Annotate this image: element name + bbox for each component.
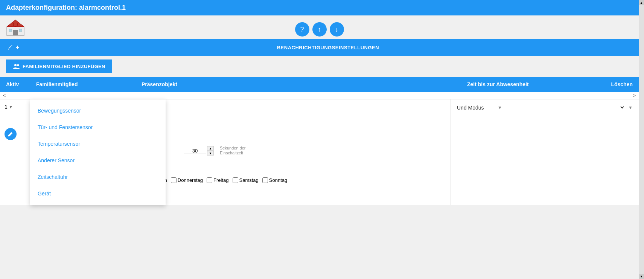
und-modus-arrow[interactable]: ▼ (498, 105, 502, 110)
add-family-button[interactable]: FAMILIENMITGLIED HINZUFÜGEN (6, 59, 112, 73)
und-modus-label: Und Modus (457, 105, 495, 111)
label-freitag: Freitag (213, 177, 228, 183)
row-dropdown-arrow[interactable]: ▼ (9, 105, 13, 109)
global-scrollbar: ▲ ▼ (639, 0, 644, 279)
table-header: Aktiv Familienmitglied Präsenzobjekt Zei… (0, 77, 639, 92)
dropdown-item-temperatur[interactable]: Temperatursensor (30, 136, 166, 152)
day-samstag: Samstag (233, 177, 259, 183)
top-area: ? ↑ ↓ (0, 15, 639, 39)
right-area: Und Modus ▼ ▼ (451, 99, 639, 205)
row-left-panel: 1 ▼ (0, 99, 30, 205)
alarm-icon (6, 19, 25, 36)
svg-point-7 (14, 64, 17, 66)
right-scroll-arrow[interactable]: > (633, 93, 636, 98)
family-section: FAMILIENMITGLIED HINZUFÜGEN (0, 56, 639, 77)
upload-button[interactable]: ↑ (312, 22, 327, 37)
edit-button[interactable] (5, 128, 17, 140)
far-right-arrow[interactable]: ▼ (628, 105, 633, 110)
dropdown-item-tuer[interactable]: Tür- und Fenstersensor (30, 119, 166, 136)
left-scroll-arrow[interactable]: < (3, 93, 6, 98)
label-samstag: Samstag (239, 177, 259, 183)
svg-rect-2 (13, 30, 18, 35)
col-loeschen: Löschen (572, 81, 633, 87)
checkbox-donnerstag[interactable] (171, 177, 177, 183)
help-button[interactable]: ? (295, 22, 309, 37)
main-content-row: 1 ▼ Bewegungssensor Tür- und Fenstersens… (0, 99, 639, 205)
notif-icons: + (6, 44, 20, 51)
sec-label-field: Sekunden der Einschaltzeit (220, 145, 257, 156)
scroll-bar: < > (0, 92, 639, 99)
wrench-icon (6, 44, 14, 51)
notification-bar: + BENACHRICHTIGUNGSEINSTELLUNGEN (0, 39, 639, 56)
dropdown-item-zeitschaltuhr[interactable]: Zeitschaltuhr (30, 169, 166, 185)
scroll-down-arrow[interactable]: ▼ (639, 274, 644, 279)
far-right-dropdown-area: ▼ (618, 104, 633, 111)
spin-up[interactable]: ▲ (207, 146, 214, 151)
col-praesenzobjekt: Präsenzobjekt (142, 81, 467, 87)
day-sonntag: Sonntag (262, 177, 287, 183)
svg-rect-6 (19, 29, 22, 32)
col-zeit: Zeit bis zur Abwesenheit (467, 81, 572, 87)
row-number: 1 ▼ (5, 104, 25, 110)
people-icon (13, 63, 20, 70)
plus-icon: + (16, 44, 20, 51)
checkbox-samstag[interactable] (233, 177, 238, 183)
notification-label: BENACHRICHTIGUNGSEINSTELLUNGEN (23, 45, 633, 50)
spin-group: ▲ ▼ (207, 146, 214, 156)
download-button[interactable]: ↓ (330, 22, 344, 37)
col-aktiv: Aktiv (6, 81, 36, 87)
svg-point-8 (17, 64, 19, 66)
spin-down[interactable]: ▼ (207, 151, 214, 156)
title-text: Adapterkonfiguration: alarmcontrol.1 (6, 4, 126, 12)
day-donnerstag: Donnerstag (171, 177, 203, 183)
icon-buttons-row: ? ↑ ↓ (295, 22, 344, 37)
label-donnerstag: Donnerstag (178, 177, 203, 183)
day-freitag: Freitag (207, 177, 228, 183)
pencil-icon (8, 131, 13, 137)
checkbox-freitag[interactable] (207, 177, 212, 183)
sec-label: Sekunden der Einschaltzeit (220, 146, 257, 156)
sec-field: ▲ ▼ (184, 146, 214, 156)
svg-rect-4 (14, 22, 17, 23)
dropdown-item-geraet[interactable]: Gerät (30, 185, 166, 202)
svg-rect-5 (9, 29, 12, 32)
sec-input[interactable] (184, 148, 206, 154)
scroll-up-arrow[interactable]: ▲ (639, 0, 644, 5)
add-family-label: FAMILIENMITGLIED HINZUFÜGEN (23, 64, 105, 69)
far-right-select[interactable] (618, 104, 625, 111)
dropdown-item-anderer[interactable]: Anderer Sensor (30, 152, 166, 169)
und-modus-row: Und Modus ▼ ▼ (457, 104, 633, 111)
title-bar: Adapterkonfiguration: alarmcontrol.1 (0, 0, 639, 15)
col-familienmitglied: Familienmitglied (36, 81, 142, 87)
row-num-value: 1 (5, 104, 8, 110)
sensor-dropdown-panel: Bewegungssensor Tür- und Fenstersensor T… (30, 99, 166, 205)
dropdown-item-bewegungssensor[interactable]: Bewegungssensor (30, 102, 166, 119)
label-sonntag: Sonntag (269, 177, 287, 183)
checkbox-sonntag[interactable] (262, 177, 268, 183)
